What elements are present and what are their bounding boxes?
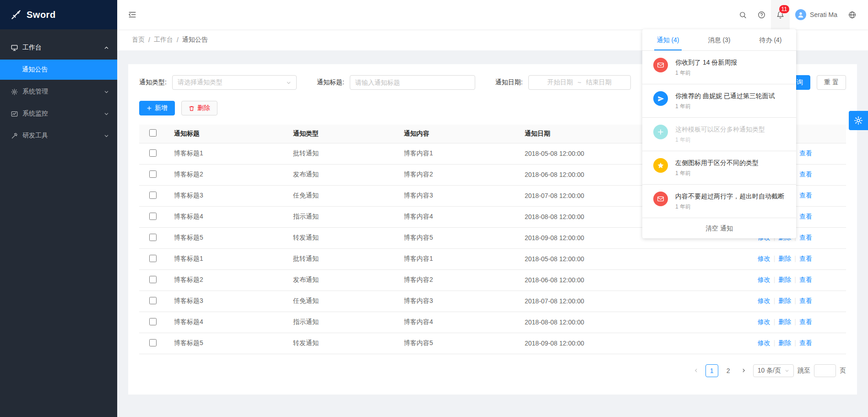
notification-item[interactable]: 你收到了 14 份新周报 1 年前 xyxy=(642,51,796,84)
avatar xyxy=(795,9,806,20)
tab-messages[interactable]: 消息 (3) xyxy=(694,29,745,50)
notification-item[interactable]: 你推荐的 曲妮妮 已通过第三轮面试 1 年前 xyxy=(642,84,796,118)
cell-content: 博客内容2 xyxy=(396,164,517,185)
sidebar-item-workbench[interactable]: 工作台 xyxy=(0,38,117,58)
delete-link[interactable]: 删除 xyxy=(778,297,791,304)
start-date-placeholder: 开始日期 xyxy=(548,78,573,87)
search-icon[interactable] xyxy=(733,0,752,29)
delete-link[interactable]: 删除 xyxy=(778,339,791,346)
tab-todos[interactable]: 待办 (4) xyxy=(745,29,796,50)
cell-content: 博客内容4 xyxy=(396,312,517,333)
tab-notifications[interactable]: 通知 (4) xyxy=(642,29,694,50)
view-link[interactable]: 查看 xyxy=(799,318,812,325)
sidebar-item-system-monitor[interactable]: 系统监控 xyxy=(0,104,117,124)
delete-link[interactable]: 删除 xyxy=(778,276,791,283)
sidebar-menu: 工作台 通知公告 系统管理 xyxy=(0,29,117,146)
edit-link[interactable]: 修改 xyxy=(758,297,770,304)
notification-item[interactable]: 内容不要超过两行字，超出时自动截断 1 年前 xyxy=(642,185,796,218)
cell-title: 博客标题4 xyxy=(167,312,286,333)
notification-item[interactable]: 左侧图标用于区分不同的类型 1 年前 xyxy=(642,151,796,185)
date-range-separator: ~ xyxy=(578,79,581,86)
row-checkbox[interactable] xyxy=(149,192,157,199)
sidebar-item-system-management[interactable]: 系统管理 xyxy=(0,82,117,102)
view-link[interactable]: 查看 xyxy=(799,276,812,283)
edit-link[interactable]: 修改 xyxy=(758,318,770,325)
row-checkbox[interactable] xyxy=(149,339,157,346)
column-header-type: 通知类型 xyxy=(286,125,396,143)
row-checkbox[interactable] xyxy=(149,255,157,262)
notification-list: 你收到了 14 份新周报 1 年前 你推荐的 曲妮妮 已通过第三轮面试 1 年前 xyxy=(642,51,796,218)
row-checkbox[interactable] xyxy=(149,149,157,157)
delete-link[interactable]: 删除 xyxy=(778,318,791,325)
cell-date: 2018-09-08 12:00:00 xyxy=(517,333,714,354)
gear-icon xyxy=(854,116,863,125)
notification-bell-icon[interactable]: 11 xyxy=(771,0,790,29)
page-number-2[interactable]: 2 xyxy=(722,364,735,377)
cell-title: 博客标题1 xyxy=(167,143,286,164)
clear-notifications-button[interactable]: 清空 通知 xyxy=(642,218,796,238)
notification-panel: 通知 (4) 消息 (3) 待办 (4) 你收到了 14 份新周报 1 年前 你… xyxy=(642,29,796,238)
delete-button[interactable]: 删除 xyxy=(181,101,217,115)
chevron-down-icon xyxy=(286,80,291,85)
top-header: 11 Serati Ma xyxy=(117,0,868,29)
view-link[interactable]: 查看 xyxy=(799,213,812,220)
notice-date-label: 通知日期: xyxy=(495,78,523,87)
cell-title: 博客标题3 xyxy=(167,291,286,312)
sidebar-item-label: 系统监控 xyxy=(22,110,104,118)
breadcrumb-workbench[interactable]: 工作台 xyxy=(154,36,173,44)
cell-type: 指示通知 xyxy=(286,206,396,227)
row-checkbox[interactable] xyxy=(149,170,157,178)
view-link[interactable]: 查看 xyxy=(799,149,812,157)
reset-button[interactable]: 重 置 xyxy=(817,75,846,90)
next-page-button[interactable] xyxy=(738,364,749,377)
page-size-value: 10 条/页 xyxy=(758,367,781,375)
action-divider: | xyxy=(774,276,776,283)
row-checkbox[interactable] xyxy=(149,276,157,283)
view-link[interactable]: 查看 xyxy=(799,234,812,241)
breadcrumb-home[interactable]: 首页 xyxy=(132,36,145,44)
menu-fold-icon[interactable] xyxy=(117,0,147,29)
notification-title: 你推荐的 曲妮妮 已通过第三轮面试 xyxy=(675,91,785,100)
view-link[interactable]: 查看 xyxy=(799,170,812,178)
settings-gear-button[interactable] xyxy=(849,111,868,130)
prev-page-button[interactable] xyxy=(691,364,702,377)
notification-item[interactable]: 这种模板可以区分多种通知类型 1 年前 xyxy=(642,118,796,151)
view-link[interactable]: 查看 xyxy=(799,297,812,304)
notice-title-input[interactable] xyxy=(350,75,475,90)
breadcrumb-current: 通知公告 xyxy=(182,36,208,44)
select-all-checkbox[interactable] xyxy=(149,129,157,137)
row-checkbox[interactable] xyxy=(149,213,157,220)
row-checkbox[interactable] xyxy=(149,297,157,304)
action-divider: | xyxy=(774,318,776,325)
cell-type: 发布通知 xyxy=(286,269,396,291)
edit-link[interactable]: 修改 xyxy=(758,255,770,262)
row-checkbox[interactable] xyxy=(149,318,157,325)
action-divider: | xyxy=(774,297,776,304)
view-link[interactable]: 查看 xyxy=(799,339,812,346)
send-icon xyxy=(653,91,668,106)
page-size-select[interactable]: 10 条/页 xyxy=(753,364,794,377)
sidebar-item-notice[interactable]: 通知公告 xyxy=(0,60,117,80)
delete-link[interactable]: 删除 xyxy=(778,255,791,262)
sidebar-item-dev-tools[interactable]: 研发工具 xyxy=(0,126,117,146)
page-number-1[interactable]: 1 xyxy=(705,364,718,377)
cell-content: 博客内容5 xyxy=(396,227,517,248)
user-menu[interactable]: Serati Ma xyxy=(790,0,843,29)
help-icon[interactable] xyxy=(752,0,771,29)
edit-link[interactable]: 修改 xyxy=(758,276,770,283)
jump-page-input[interactable] xyxy=(814,364,836,377)
cell-type: 任免通知 xyxy=(286,185,396,206)
end-date-placeholder: 结束日期 xyxy=(586,78,612,87)
notice-date-range-picker[interactable]: 开始日期 ~ 结束日期 xyxy=(528,75,631,90)
edit-link[interactable]: 修改 xyxy=(758,339,770,346)
logo[interactable]: Sword xyxy=(0,0,117,29)
language-globe-icon[interactable] xyxy=(843,0,862,29)
chevron-up-icon xyxy=(104,45,109,50)
add-button[interactable]: 新增 xyxy=(139,101,175,115)
row-checkbox[interactable] xyxy=(149,234,157,241)
view-link[interactable]: 查看 xyxy=(799,255,812,262)
action-divider: | xyxy=(774,339,776,346)
page-suffix-label: 页 xyxy=(840,367,846,375)
notice-type-select[interactable]: 请选择通知类型 xyxy=(172,75,297,90)
view-link[interactable]: 查看 xyxy=(799,192,812,199)
